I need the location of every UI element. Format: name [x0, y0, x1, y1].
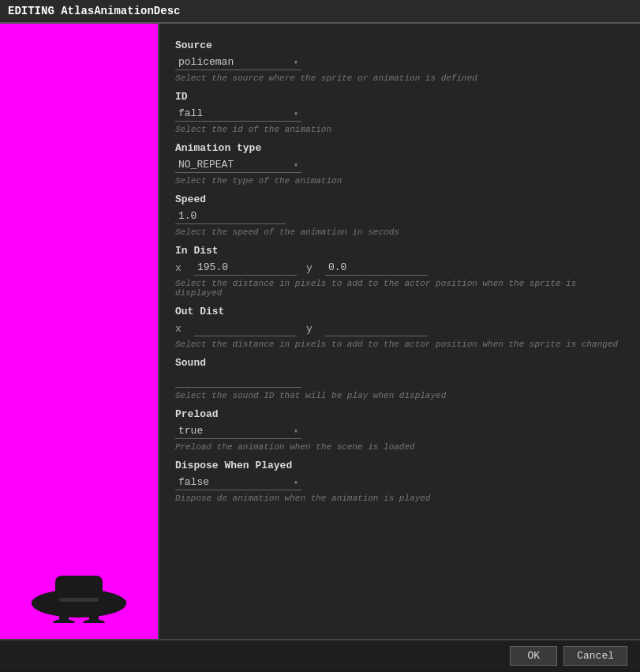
- in-dist-help: Select the distance in pixels to add to …: [175, 279, 624, 298]
- id-label: ID: [175, 91, 624, 103]
- preload-label: Preload: [175, 408, 624, 420]
- animation-type-field-group: Animation type NO_REPEAT ▾ Select the ty…: [175, 142, 624, 186]
- speed-label: Speed: [175, 193, 624, 205]
- out-dist-help: Select the distance in pixels to add to …: [175, 340, 624, 349]
- animation-type-value: NO_REPEAT: [175, 157, 290, 172]
- sound-label: Sound: [175, 357, 624, 369]
- ok-button[interactable]: OK: [510, 646, 557, 666]
- preload-dropdown[interactable]: true ▾: [175, 423, 301, 439]
- dispose-arrow-icon: ▾: [290, 478, 301, 487]
- out-dist-x-input[interactable]: [194, 321, 297, 336]
- preload-arrow-icon: ▾: [290, 426, 301, 436]
- svg-rect-3: [55, 576, 103, 601]
- dispose-field-group: Dispose When Played false ▾ Dispose de a…: [175, 460, 624, 503]
- source-label: Source: [175, 39, 624, 51]
- bottom-bar: OK Cancel: [0, 639, 640, 670]
- sound-field-group: Sound Select the sound ID that will be p…: [175, 357, 624, 400]
- dispose-value: false: [175, 475, 290, 490]
- source-field-group: Source policeman ▾ Select the source whe…: [175, 39, 624, 83]
- out-dist-x-label: x: [175, 323, 185, 335]
- in-dist-label: In Dist: [175, 245, 624, 257]
- title-bar: EDITING AtlasAnimationDesc: [0, 0, 640, 24]
- id-help: Select the id of the animation: [175, 125, 624, 134]
- animation-type-label: Animation type: [175, 142, 624, 154]
- id-arrow-icon: ▾: [290, 109, 301, 118]
- sound-input[interactable]: [175, 372, 301, 388]
- svg-point-7: [53, 619, 75, 623]
- animation-type-help: Select the type of the animation: [175, 176, 624, 186]
- speed-input[interactable]: [175, 208, 286, 224]
- speed-help: Select the speed of the animation in sec…: [175, 227, 624, 237]
- svg-point-8: [83, 619, 105, 623]
- source-dropdown[interactable]: policeman ▾: [175, 54, 301, 70]
- in-dist-x-input[interactable]: [194, 260, 297, 276]
- in-dist-x-label: x: [175, 262, 185, 274]
- preload-help: Preload the animation when the scene is …: [175, 442, 624, 452]
- animation-type-arrow-icon: ▾: [290, 160, 301, 170]
- out-dist-y-input[interactable]: [325, 321, 428, 336]
- in-dist-row: x y: [175, 260, 624, 276]
- id-value: fall: [175, 106, 290, 121]
- out-dist-y-label: y: [306, 323, 316, 335]
- cancel-button[interactable]: Cancel: [563, 646, 627, 666]
- dispose-label: Dispose When Played: [175, 460, 624, 471]
- properties-panel: Source policeman ▾ Select the source whe…: [158, 24, 640, 639]
- source-help: Select the source where the sprite or an…: [175, 73, 624, 83]
- in-dist-y-label: y: [306, 262, 316, 274]
- preview-panel: [0, 24, 158, 639]
- in-dist-y-input[interactable]: [325, 260, 428, 276]
- out-dist-row: x y: [175, 321, 624, 336]
- title-text: EDITING AtlasAnimationDesc: [8, 5, 180, 17]
- preload-field-group: Preload true ▾ Preload the animation whe…: [175, 408, 624, 452]
- animation-type-dropdown[interactable]: NO_REPEAT ▾: [175, 157, 301, 173]
- source-arrow-icon: ▾: [290, 58, 301, 67]
- speed-field-group: Speed Select the speed of the animation …: [175, 193, 624, 237]
- dispose-help: Dispose de animation when the animation …: [175, 494, 624, 503]
- out-dist-field-group: Out Dist x y Select the distance in pixe…: [175, 306, 624, 349]
- sound-help: Select the sound ID that will be play wh…: [175, 391, 624, 400]
- in-dist-field-group: In Dist x y Select the distance in pixel…: [175, 245, 624, 298]
- id-dropdown[interactable]: fall ▾: [175, 106, 301, 122]
- out-dist-label: Out Dist: [175, 306, 624, 317]
- source-value: policeman: [175, 54, 290, 69]
- preload-value: true: [175, 423, 290, 438]
- dispose-dropdown[interactable]: false ▾: [175, 475, 301, 490]
- sprite-figure: [16, 560, 142, 623]
- svg-rect-4: [59, 598, 99, 602]
- id-field-group: ID fall ▾ Select the id of the animation: [175, 91, 624, 134]
